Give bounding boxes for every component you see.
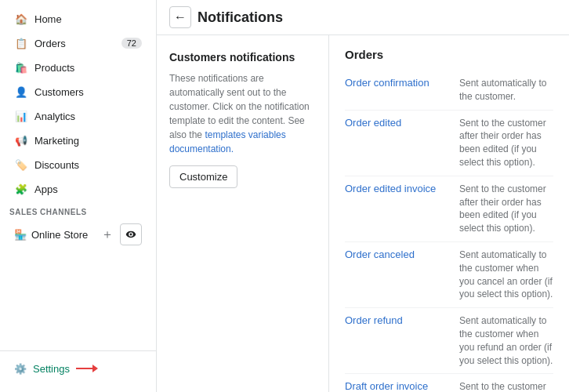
settings-label: Settings	[33, 363, 70, 375]
gear-icon: ⚙️	[14, 363, 27, 375]
sales-channels-label: SALES CHANNELS	[0, 201, 156, 220]
settings-item[interactable]: ⚙️ Settings	[5, 358, 151, 379]
notification-link[interactable]: Order edited invoice	[345, 183, 447, 194]
sidebar-label-discounts: Discounts	[34, 159, 79, 171]
online-store-row: 🏪 Online Store ＋	[5, 220, 151, 249]
store-actions: ＋	[98, 223, 142, 245]
notification-desc: Sent to the customer after their order h…	[459, 117, 553, 169]
orders-heading: Orders	[345, 48, 553, 61]
customers-icon: 👤	[14, 85, 28, 99]
settings-arrow-indicator	[76, 362, 98, 375]
sidebar-footer: ⚙️ Settings	[0, 350, 156, 386]
main-content: ← Notifications Customers notifications …	[157, 0, 569, 392]
notification-link[interactable]: Order refund	[345, 314, 447, 326]
back-button[interactable]: ←	[169, 6, 191, 28]
notification-row: Order canceled Sent automatically to the…	[345, 241, 553, 307]
sidebar-label-products: Products	[34, 62, 74, 74]
apps-icon: 🧩	[14, 182, 28, 196]
notification-desc: Sent automatically to the customer when …	[459, 249, 553, 301]
content-area: Customers notifications These notificati…	[157, 35, 569, 392]
store-icon: 🏪	[14, 229, 27, 241]
products-icon: 🛍️	[14, 60, 28, 74]
left-panel: Customers notifications These notificati…	[157, 35, 329, 392]
sidebar-item-analytics[interactable]: 📊 Analytics	[5, 104, 151, 128]
notification-row: Order edited Sent to the customer after …	[345, 110, 553, 176]
notification-link[interactable]: Draft order invoice	[345, 380, 447, 392]
sidebar-item-products[interactable]: 🛍️ Products	[5, 56, 151, 79]
badge-orders: 72	[121, 38, 142, 49]
view-store-button[interactable]	[120, 223, 142, 245]
page-title: Notifications	[198, 9, 283, 26]
sidebar-item-orders[interactable]: 📋 Orders 72	[5, 31, 151, 55]
notification-desc: Sent automatically to the customer when …	[459, 314, 553, 367]
sidebar-label-orders: Orders	[34, 38, 66, 49]
add-sales-channel-button[interactable]: ＋	[98, 225, 117, 244]
page-header: ← Notifications	[157, 0, 569, 35]
templates-link[interactable]: templates	[205, 129, 245, 140]
sidebar-item-customers[interactable]: 👤 Customers	[5, 80, 151, 103]
notification-desc: Sent automatically to the customer.	[459, 77, 553, 103]
notification-row: Draft order invoice Sent to the customer…	[345, 373, 553, 392]
online-store-label: Online Store	[31, 229, 93, 241]
notification-link[interactable]: Order confirmation	[345, 77, 447, 89]
sidebar: 🏠 Home 📋 Orders 72 🛍️ Products 👤 Custome…	[0, 0, 157, 392]
orders-section: Orders Order confirmation Sent automatic…	[329, 35, 569, 392]
sidebar-item-home[interactable]: 🏠 Home	[5, 7, 151, 31]
analytics-icon: 📊	[14, 109, 28, 123]
sidebar-label-apps: Apps	[34, 183, 58, 195]
sidebar-label-home: Home	[34, 13, 62, 25]
sidebar-label-marketing: Marketing	[34, 135, 79, 147]
customers-notifications-heading: Customers notifications	[169, 51, 316, 64]
notification-row: Order edited invoice Sent to the custome…	[345, 176, 553, 241]
notification-desc: Sent to the customer when a draft order …	[459, 380, 553, 392]
notification-desc: Sent to the customer after their order h…	[459, 183, 553, 235]
sidebar-label-analytics: Analytics	[34, 111, 75, 122]
notification-row: Order confirmation Sent automatically to…	[345, 71, 553, 110]
discounts-icon: 🏷️	[14, 158, 28, 172]
orders-icon: 📋	[14, 36, 28, 50]
customers-notifications-desc: These notifications are automatically se…	[169, 71, 316, 156]
notification-row: Order refund Sent automatically to the c…	[345, 307, 553, 373]
notification-link[interactable]: Order canceled	[345, 249, 447, 260]
marketing-icon: 📢	[14, 133, 28, 147]
notification-link[interactable]: Order edited	[345, 117, 447, 129]
right-panel[interactable]: Orders Order confirmation Sent automatic…	[329, 35, 569, 392]
sidebar-item-discounts[interactable]: 🏷️ Discounts	[5, 153, 151, 176]
sidebar-item-marketing[interactable]: 📢 Marketing	[5, 129, 151, 152]
sidebar-item-apps[interactable]: 🧩 Apps	[5, 177, 151, 201]
customize-button[interactable]: Customize	[169, 165, 237, 188]
home-icon: 🏠	[14, 12, 28, 26]
sidebar-label-customers: Customers	[34, 86, 84, 98]
